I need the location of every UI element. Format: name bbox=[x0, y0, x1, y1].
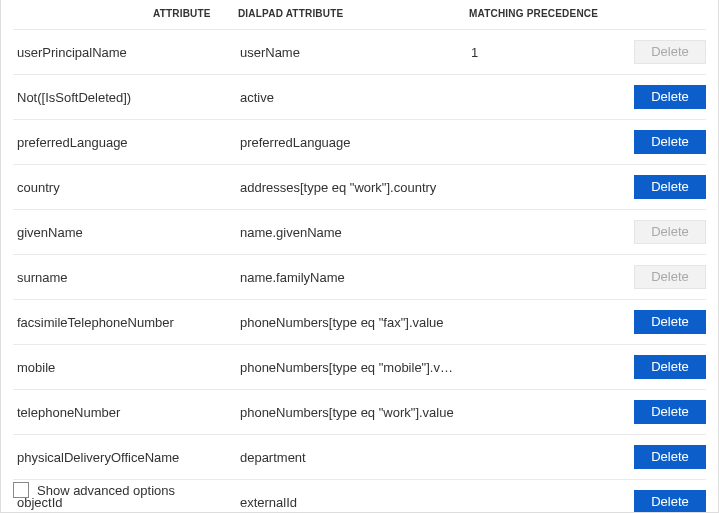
column-header-attribute[interactable]: ATTRIBUTE bbox=[13, 0, 234, 30]
cell-action: Delete bbox=[616, 300, 706, 345]
table-row[interactable]: telephoneNumberphoneNumbers[type eq "wor… bbox=[13, 390, 706, 435]
cell-matching-precedence bbox=[465, 480, 616, 514]
cell-dialpad-attribute: department bbox=[234, 435, 465, 480]
column-header-precedence[interactable]: MATCHING PRECEDENCE bbox=[465, 0, 616, 30]
cell-attribute: telephoneNumber bbox=[13, 390, 234, 435]
cell-attribute: country bbox=[13, 165, 234, 210]
cell-matching-precedence: 1 bbox=[465, 30, 616, 75]
cell-dialpad-attribute: name.givenName bbox=[234, 210, 465, 255]
cell-dialpad-attribute: phoneNumbers[type eq "mobile"].value bbox=[234, 345, 465, 390]
delete-button[interactable]: Delete bbox=[634, 310, 706, 334]
table-row[interactable]: preferredLanguagepreferredLanguageDelete bbox=[13, 120, 706, 165]
table-header-row: ATTRIBUTE DIALPAD ATTRIBUTE MATCHING PRE… bbox=[13, 0, 706, 30]
cell-matching-precedence bbox=[465, 435, 616, 480]
delete-button[interactable]: Delete bbox=[634, 400, 706, 424]
show-advanced-label[interactable]: Show advanced options bbox=[37, 483, 175, 498]
table-row[interactable]: physicalDeliveryOfficeNamedepartmentDele… bbox=[13, 435, 706, 480]
delete-button: Delete bbox=[634, 40, 706, 64]
cell-action: Delete bbox=[616, 480, 706, 514]
delete-button[interactable]: Delete bbox=[634, 175, 706, 199]
delete-button: Delete bbox=[634, 220, 706, 244]
cell-dialpad-attribute: externalId bbox=[234, 480, 465, 514]
cell-action: Delete bbox=[616, 210, 706, 255]
cell-matching-precedence bbox=[465, 255, 616, 300]
column-header-action bbox=[616, 0, 706, 30]
show-advanced-checkbox[interactable] bbox=[13, 482, 29, 498]
attribute-mapping-panel: ATTRIBUTE DIALPAD ATTRIBUTE MATCHING PRE… bbox=[0, 0, 719, 513]
cell-dialpad-attribute: addresses[type eq "work"].country bbox=[234, 165, 465, 210]
column-header-dialpad[interactable]: DIALPAD ATTRIBUTE bbox=[234, 0, 465, 30]
cell-matching-precedence bbox=[465, 75, 616, 120]
delete-button[interactable]: Delete bbox=[634, 85, 706, 109]
table-row[interactable]: countryaddresses[type eq "work"].country… bbox=[13, 165, 706, 210]
cell-action: Delete bbox=[616, 165, 706, 210]
footer-options: Show advanced options bbox=[13, 482, 175, 498]
table-row[interactable]: mobilephoneNumbers[type eq "mobile"].val… bbox=[13, 345, 706, 390]
cell-dialpad-attribute: phoneNumbers[type eq "work"].value bbox=[234, 390, 465, 435]
cell-action: Delete bbox=[616, 390, 706, 435]
table-row[interactable]: userPrincipalNameuserName1Delete bbox=[13, 30, 706, 75]
delete-button[interactable]: Delete bbox=[634, 130, 706, 154]
cell-attribute: mobile bbox=[13, 345, 234, 390]
cell-action: Delete bbox=[616, 255, 706, 300]
table-row[interactable]: givenNamename.givenNameDelete bbox=[13, 210, 706, 255]
cell-matching-precedence bbox=[465, 300, 616, 345]
table-row[interactable]: Not([IsSoftDeleted])activeDelete bbox=[13, 75, 706, 120]
delete-button[interactable]: Delete bbox=[634, 490, 706, 513]
cell-action: Delete bbox=[616, 75, 706, 120]
cell-action: Delete bbox=[616, 120, 706, 165]
cell-matching-precedence bbox=[465, 120, 616, 165]
cell-attribute: userPrincipalName bbox=[13, 30, 234, 75]
cell-matching-precedence bbox=[465, 210, 616, 255]
cell-attribute: preferredLanguage bbox=[13, 120, 234, 165]
cell-matching-precedence bbox=[465, 165, 616, 210]
cell-dialpad-attribute: name.familyName bbox=[234, 255, 465, 300]
cell-action: Delete bbox=[616, 345, 706, 390]
delete-button[interactable]: Delete bbox=[634, 355, 706, 379]
cell-attribute: physicalDeliveryOfficeName bbox=[13, 435, 234, 480]
table-row[interactable]: facsimileTelephoneNumberphoneNumbers[typ… bbox=[13, 300, 706, 345]
delete-button: Delete bbox=[634, 265, 706, 289]
cell-dialpad-attribute: active bbox=[234, 75, 465, 120]
cell-attribute: givenName bbox=[13, 210, 234, 255]
cell-dialpad-attribute: userName bbox=[234, 30, 465, 75]
cell-action: Delete bbox=[616, 435, 706, 480]
attribute-mapping-table: ATTRIBUTE DIALPAD ATTRIBUTE MATCHING PRE… bbox=[13, 0, 706, 513]
cell-dialpad-attribute: preferredLanguage bbox=[234, 120, 465, 165]
cell-matching-precedence bbox=[465, 390, 616, 435]
cell-matching-precedence bbox=[465, 345, 616, 390]
cell-attribute: Not([IsSoftDeleted]) bbox=[13, 75, 234, 120]
delete-button[interactable]: Delete bbox=[634, 445, 706, 469]
cell-attribute: surname bbox=[13, 255, 234, 300]
table-row[interactable]: surnamename.familyNameDelete bbox=[13, 255, 706, 300]
cell-action: Delete bbox=[616, 30, 706, 75]
cell-dialpad-attribute: phoneNumbers[type eq "fax"].value bbox=[234, 300, 465, 345]
cell-attribute: facsimileTelephoneNumber bbox=[13, 300, 234, 345]
